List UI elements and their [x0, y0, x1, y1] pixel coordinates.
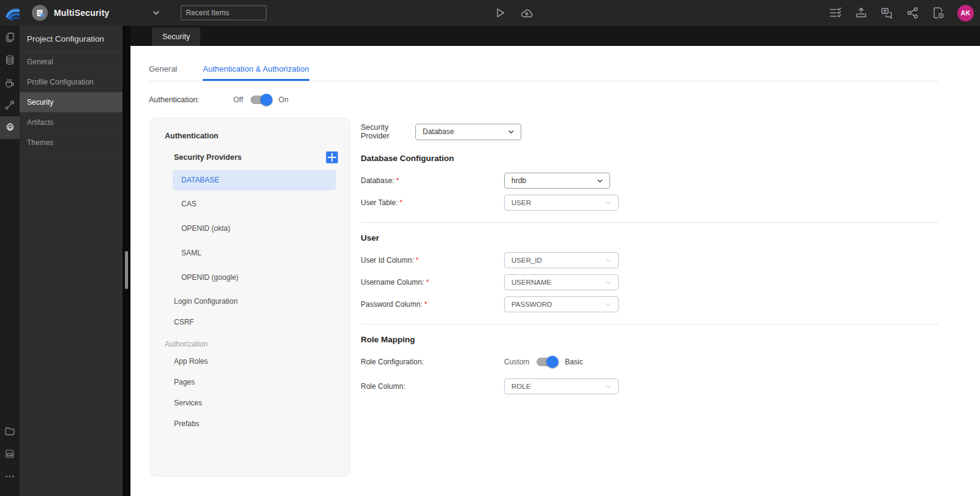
user-avatar[interactable]: AK	[957, 5, 974, 21]
nav-prefabs[interactable]: Prefabs	[151, 413, 350, 434]
database-value: hrdb	[511, 176, 526, 185]
panel-scrollbar[interactable]	[123, 26, 130, 496]
left-icon-rail: LOG	[0, 26, 20, 496]
section-divider	[361, 324, 938, 325]
pages-icon[interactable]	[0, 26, 20, 48]
user-id-column-label: User Id Column:*	[361, 256, 504, 265]
preview-play-icon[interactable]	[493, 6, 507, 20]
nav-app-roles[interactable]: App Roles	[151, 351, 350, 372]
nav-login-configuration[interactable]: Login Configuration	[151, 291, 350, 312]
username-column-select[interactable]: USERNAME	[504, 274, 619, 290]
database-field-row: Database:* hrdb	[361, 173, 938, 189]
security-provider-value: Database	[423, 127, 454, 136]
role-configuration-switch[interactable]	[537, 358, 557, 366]
topbar-center	[493, 0, 533, 26]
scrollbar-thumb[interactable]	[125, 251, 128, 289]
security-providers-label: Security Providers	[174, 153, 241, 162]
file-history-icon[interactable]	[932, 6, 945, 20]
logs-icon[interactable]: LOG	[0, 442, 20, 465]
release-checklist-icon[interactable]	[829, 6, 842, 20]
security-provider-label: Security Provider	[361, 123, 415, 140]
provider-openid-google[interactable]: OPENID (google)	[151, 266, 350, 288]
deploy-cloud-upload-icon[interactable]	[520, 6, 533, 20]
authentication-switch[interactable]	[251, 96, 271, 104]
username-column-row: Username Column:* USERNAME	[361, 274, 938, 290]
role-column-select[interactable]: ROLE	[504, 378, 619, 394]
chevron-down-icon	[605, 383, 612, 391]
database-select[interactable]: hrdb	[504, 173, 610, 189]
chevron-down-icon	[507, 128, 515, 136]
rail-bottom: LOG	[0, 419, 20, 487]
required-asterisk: *	[424, 300, 428, 309]
password-column-select[interactable]: PASSWORD	[504, 296, 619, 312]
role-mapping-heading: Role Mapping	[361, 335, 938, 344]
authentication-toggle-row: Authentication: Off On	[149, 92, 980, 107]
nav-section-authorization: Authorization	[151, 333, 350, 351]
chevron-down-icon	[605, 199, 612, 207]
auth-config-body: Authentication Security Providers DATABA…	[149, 118, 980, 476]
role-configuration-label: Role Configuration:	[361, 358, 504, 366]
app-root: MultiSecurity	[0, 0, 980, 496]
user-id-column-row: User Id Column:* USER_ID	[361, 252, 938, 268]
chevron-down-icon[interactable]	[151, 8, 161, 18]
security-tabs: General Authentication & Authorization	[149, 64, 938, 81]
nav-pages[interactable]: Pages	[151, 372, 350, 393]
role-configuration-switch-group: Custom Basic	[504, 358, 583, 366]
java-services-icon[interactable]	[0, 71, 20, 94]
document-tab-bar: Security	[130, 26, 980, 46]
chat-translate-icon[interactable]	[880, 6, 894, 20]
sidebar-item-profile-configuration[interactable]: Profile Configuration	[20, 72, 123, 92]
topbar-left: MultiSecurity	[0, 4, 266, 21]
toggle-off-label: Off	[233, 96, 243, 104]
panel-title: Project Configuration	[20, 26, 123, 52]
provider-openid-okta[interactable]: OPENID (okta)	[151, 217, 350, 239]
svg-text:LOG: LOG	[8, 453, 13, 456]
more-icon[interactable]	[0, 465, 20, 487]
sidebar-item-security[interactable]: Security	[20, 92, 123, 113]
security-provider-select[interactable]: Database	[415, 124, 521, 140]
wavemaker-logo-icon[interactable]	[4, 4, 21, 21]
project-icon[interactable]	[32, 5, 48, 21]
provider-database[interactable]: DATABASE	[173, 170, 336, 190]
security-content: General Authentication & Authorization A…	[130, 64, 980, 476]
basic-label: Basic	[565, 358, 582, 366]
database-provider-form: Security Provider Database Database Conf…	[361, 118, 938, 476]
user-table-label: User Table:*	[361, 198, 504, 207]
authentication-label: Authentication:	[149, 96, 233, 104]
tab-general[interactable]: General	[149, 64, 177, 81]
add-provider-button[interactable]	[326, 151, 338, 163]
tab-security-document[interactable]: Security	[152, 28, 200, 46]
chevron-down-icon	[605, 301, 612, 309]
auth-nav-panel: Authentication Security Providers DATABA…	[150, 118, 350, 476]
user-id-column-select[interactable]: USER_ID	[504, 252, 619, 268]
sidebar-item-artifacts[interactable]: Artifacts	[20, 113, 123, 133]
security-provider-row: Security Provider Database	[361, 123, 938, 140]
username-column-label: Username Column:*	[361, 278, 504, 287]
file-explorer-icon[interactable]	[0, 419, 20, 442]
chevron-down-icon	[596, 177, 604, 185]
settings-gear-icon[interactable]	[0, 116, 20, 139]
password-column-row: Password Column:* PASSWORD	[361, 296, 938, 312]
sidebar-item-themes[interactable]: Themes	[20, 133, 123, 153]
project-configuration-panel: Project Configuration General Profile Co…	[20, 26, 123, 496]
toggle-on-label: On	[279, 96, 288, 104]
tab-authentication-authorization[interactable]: Authentication & Authorization	[203, 64, 309, 81]
section-divider	[361, 222, 938, 223]
recent-items-input[interactable]	[181, 6, 266, 20]
database-icon[interactable]	[0, 48, 20, 71]
database-label: Database:*	[361, 176, 504, 185]
apis-icon[interactable]	[0, 94, 20, 116]
provider-saml[interactable]: SAML	[151, 242, 350, 264]
user-table-value: USER	[511, 199, 531, 206]
role-column-value: ROLE	[511, 383, 530, 390]
export-tray-icon[interactable]	[854, 6, 868, 20]
share-branch-icon[interactable]	[906, 6, 919, 20]
switch-knob	[260, 94, 273, 106]
provider-cas[interactable]: CAS	[151, 193, 350, 215]
sidebar-item-general[interactable]: General	[20, 52, 123, 72]
role-column-row: Role Column: ROLE	[361, 378, 938, 394]
user-table-select[interactable]: USER	[504, 195, 619, 211]
nav-services[interactable]: Services	[151, 393, 350, 413]
user-id-column-value: USER_ID	[511, 257, 542, 264]
nav-csrf[interactable]: CSRF	[151, 312, 350, 333]
